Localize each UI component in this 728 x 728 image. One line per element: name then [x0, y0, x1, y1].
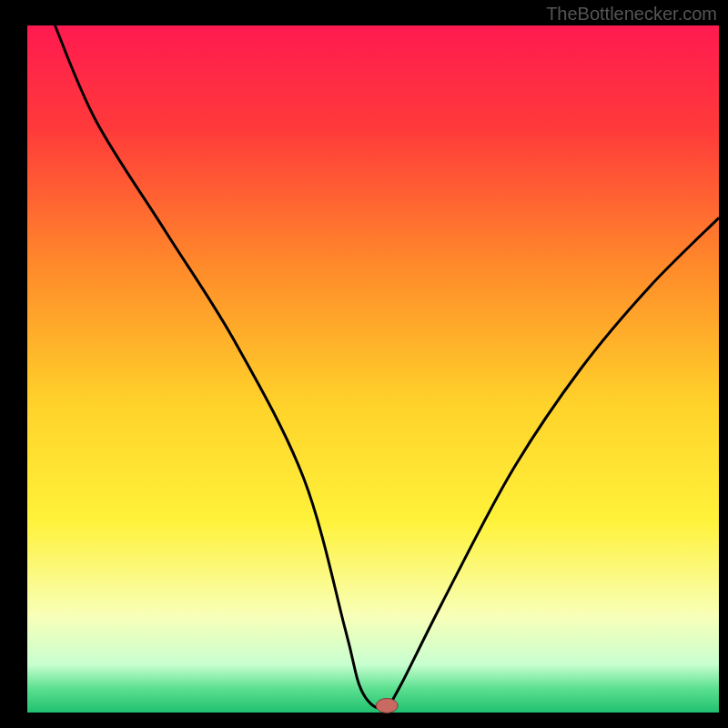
plot-background [27, 25, 719, 713]
optimal-point-marker [376, 698, 398, 713]
chart-svg [0, 0, 728, 728]
bottleneck-chart: TheBottlenecker.com [0, 0, 728, 728]
watermark-text: TheBottlenecker.com [546, 4, 717, 25]
